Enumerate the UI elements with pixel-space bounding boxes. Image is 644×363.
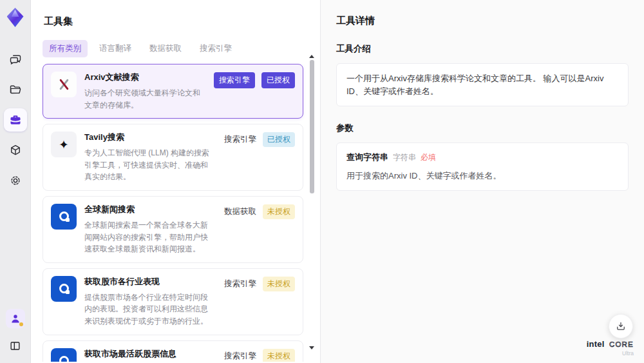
sidebar — [0, 0, 31, 363]
tool-icon-tile — [51, 348, 77, 362]
tool-card-main: 全球新闻搜索全球新闻搜索是一个聚合全球各大新闻网站内容的搜索引擎，帮助用户快速获… — [84, 204, 213, 255]
sidebar-bottom — [6, 309, 25, 355]
tab-category-2[interactable]: 数据获取 — [143, 40, 188, 57]
params-section-title: 参数 — [336, 123, 629, 134]
tool-category-badge: 搜索引擎 — [214, 72, 255, 88]
sidebar-item-models[interactable] — [4, 139, 27, 162]
tool-detail-panel: 工具详情 工具介绍 一个用于从Arxiv存储库搜索科学论文和文章的工具。 输入可… — [320, 0, 644, 363]
tool-card-badges: 数据获取未授权 — [224, 204, 295, 219]
tool-auth-status-badge: 已授权 — [263, 132, 295, 147]
news-logo-icon — [59, 356, 69, 362]
param-description: 用于搜索的Arxiv ID、关键字或作者姓名。 — [346, 170, 618, 182]
param-name: 查询字符串 — [346, 152, 388, 163]
tool-name: 全球新闻搜索 — [84, 204, 213, 215]
app-logo — [6, 6, 25, 28]
intel-core-word: core — [609, 340, 634, 348]
tool-name: 获取市场最活跃股票信息 — [84, 348, 213, 360]
tools-panel: 工具集 所有类别语言翻译数据获取搜索引擎 Arxiv文献搜索访问各个研究领域大量… — [31, 0, 320, 363]
sidebar-item-chat[interactable] — [4, 48, 27, 71]
sidebar-item-toolbox[interactable] — [4, 108, 27, 132]
tool-card-main: 获取市场最活跃股票信息提供当天交易量最高的股票列表，投资者可以利用这些信息来识别… — [84, 348, 213, 362]
news-logo-icon — [59, 284, 69, 293]
tool-category-badge: 搜索引擎 — [224, 132, 256, 145]
tool-name: Tavily搜索 — [84, 132, 213, 143]
tool-card-badges: 搜索引擎未授权 — [224, 276, 295, 291]
sidebar-item-settings[interactable] — [4, 169, 27, 192]
scroll-up-arrow[interactable] — [309, 55, 314, 58]
user-status-dot — [19, 322, 23, 326]
param-required-flag: 必填 — [421, 152, 436, 163]
params-box: 查询字符串字符串必填用于搜索的Arxiv ID、关键字或作者姓名。 — [336, 142, 629, 191]
tool-list: Arxiv文献搜索访问各个研究领域大量科学论文和文章的存储库。搜索引擎已授权✦T… — [43, 64, 320, 362]
collapse-sidebar-button[interactable] — [6, 336, 25, 355]
download-button[interactable] — [609, 314, 633, 338]
tab-category-1[interactable]: 语言翻译 — [93, 40, 138, 57]
tool-description: 提供股票市场各个行业在特定时间段内的表现。投资者可以利用这些信息来识别表现优于或… — [84, 291, 213, 328]
param-header: 查询字符串字符串必填 — [346, 152, 618, 163]
tool-icon-tile: ✦ — [51, 132, 77, 157]
app-window: 工具集 所有类别语言翻译数据获取搜索引擎 Arxiv文献搜索访问各个研究领域大量… — [0, 0, 644, 363]
tool-description: 全球新闻搜索是一个聚合全球各大新闻网站内容的搜索引擎，帮助用户快速获取全球最新资… — [84, 219, 213, 255]
tool-card[interactable]: 获取股市各行业表现提供股票市场各个行业在特定时间段内的表现。投资者可以利用这些信… — [43, 268, 303, 335]
arxiv-icon — [57, 78, 70, 91]
folder-icon — [9, 83, 22, 96]
intro-box: 一个用于从Arxiv存储库搜索科学论文和文章的工具。 输入可以是Arxiv ID… — [336, 63, 629, 106]
tool-description: 访问各个研究领域大量科学论文和文章的存储库。 — [84, 87, 202, 111]
tool-auth-status-badge: 未授权 — [263, 204, 295, 219]
tool-auth-status-badge: 未授权 — [263, 349, 295, 362]
toolbox-icon — [9, 113, 22, 126]
tool-category-badge: 搜索引擎 — [224, 277, 256, 289]
tool-card-badges: 搜索引擎已授权 — [214, 72, 295, 88]
intel-core-logo: intel core Ultra — [587, 338, 634, 357]
tool-name: 获取股市各行业表现 — [84, 276, 213, 288]
intro-section-title: 工具介绍 — [336, 43, 629, 55]
cube-icon — [9, 144, 22, 157]
tavily-star-icon: ✦ — [59, 139, 69, 151]
tool-description: 专为人工智能代理 (LLM) 构建的搜索引擎工具，可快速提供实时、准确和真实的结… — [84, 147, 213, 183]
parameter-item: 查询字符串字符串必填用于搜索的Arxiv ID、关键字或作者姓名。 — [346, 152, 618, 182]
tool-card-badges: 搜索引擎未授权 — [224, 348, 295, 362]
category-tabs: 所有类别语言翻译数据获取搜索引擎 — [43, 40, 320, 57]
tool-card-badges: 搜索引擎已授权 — [224, 132, 295, 147]
sidebar-item-files[interactable] — [4, 78, 27, 101]
tool-card-main: Tavily搜索专为人工智能代理 (LLM) 构建的搜索引擎工具，可快速提供实时… — [84, 132, 213, 183]
intro-text: 一个用于从Arxiv存储库搜索科学论文和文章的工具。 输入可以是Arxiv ID… — [346, 72, 618, 97]
page-title: 工具集 — [44, 15, 320, 28]
tool-name: Arxiv文献搜索 — [84, 72, 202, 83]
user-avatar-button[interactable] — [6, 309, 25, 328]
tool-card[interactable]: Arxiv文献搜索访问各个研究领域大量科学论文和文章的存储库。搜索引擎已授权 — [43, 64, 303, 119]
intel-word: intel — [587, 339, 605, 349]
tool-card[interactable]: 全球新闻搜索全球新闻搜索是一个聚合全球各大新闻网站内容的搜索引擎，帮助用户快速获… — [43, 196, 303, 263]
tab-category-0[interactable]: 所有类别 — [43, 40, 88, 57]
tab-category-3[interactable]: 搜索引擎 — [193, 40, 238, 57]
scrollbar-thumb[interactable] — [310, 60, 314, 193]
tool-card-main: 获取股市各行业表现提供股票市场各个行业在特定时间段内的表现。投资者可以利用这些信… — [84, 276, 213, 328]
gear-icon — [9, 174, 22, 187]
tool-icon-tile — [51, 72, 77, 97]
scroll-down-arrow[interactable] — [309, 346, 314, 349]
tool-card[interactable]: 获取市场最活跃股票信息提供当天交易量最高的股票列表，投资者可以利用这些信息来识别… — [43, 340, 303, 362]
param-type: 字符串 — [393, 152, 416, 163]
chat-icon — [9, 53, 22, 66]
tool-auth-status-badge: 未授权 — [263, 277, 295, 291]
tool-auth-status-badge: 已授权 — [261, 72, 295, 88]
sidebar-nav — [4, 48, 27, 192]
tool-icon-tile — [51, 276, 77, 302]
tool-category-badge: 搜索引擎 — [224, 349, 256, 362]
intel-ultra-word: Ultra — [587, 351, 634, 357]
tool-icon-tile — [51, 204, 77, 230]
detail-title: 工具详情 — [336, 15, 629, 27]
panel-layout-icon — [9, 340, 21, 352]
download-icon — [615, 320, 627, 332]
tool-card-main: Arxiv文献搜索访问各个研究领域大量科学论文和文章的存储库。 — [84, 72, 202, 111]
news-logo-icon — [59, 211, 69, 221]
tool-card[interactable]: ✦Tavily搜索专为人工智能代理 (LLM) 构建的搜索引擎工具，可快速提供实… — [43, 124, 303, 191]
tool-category-badge: 数据获取 — [224, 204, 256, 217]
